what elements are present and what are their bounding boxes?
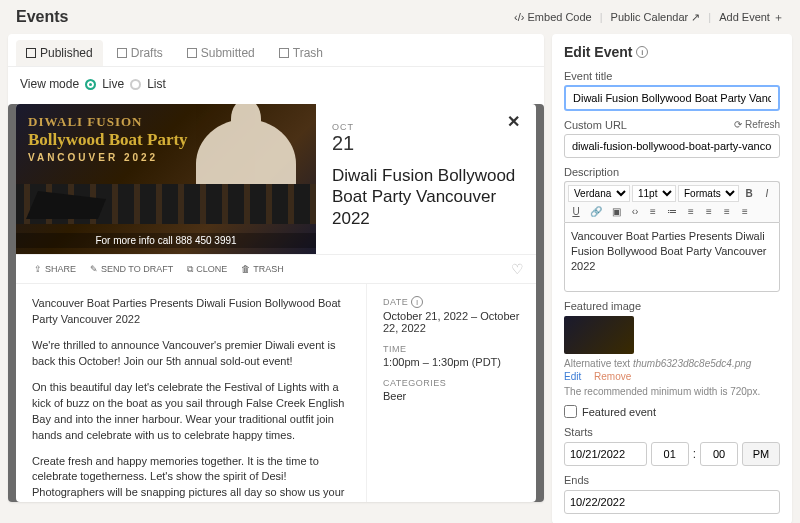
link-icon[interactable]: 🔗 <box>586 204 606 219</box>
viewmode-live-label[interactable]: Live <box>102 77 124 91</box>
clone-button[interactable]: ⧉ CLONE <box>181 261 233 277</box>
start-minute-input[interactable] <box>700 442 738 466</box>
tab-trash[interactable]: Trash <box>269 40 333 66</box>
description-label: Description <box>564 166 780 178</box>
image-icon[interactable]: ▣ <box>608 204 625 219</box>
event-hero-image: DIWALI FUSION Bollywood Boat Party VANCO… <box>16 104 316 254</box>
start-date-input[interactable] <box>564 442 647 466</box>
trash-button[interactable]: 🗑 TRASH <box>235 261 290 277</box>
featured-event-checkbox[interactable] <box>564 405 577 418</box>
description-editor[interactable]: Vancouver Boat Parties Presents Diwali F… <box>564 222 780 292</box>
ends-label: Ends <box>564 474 780 486</box>
formats-select[interactable]: Formats <box>678 185 739 202</box>
categories-label: CATEGORIES <box>383 378 520 388</box>
alt-text-row: Alternative text thumb6323d8c8e5dc4.png <box>564 358 780 369</box>
custom-url-label: Custom URL <box>564 119 627 131</box>
bold-icon[interactable]: B <box>741 186 757 201</box>
hero-line3: VANCOUVER 2022 <box>28 152 188 163</box>
custom-url-input[interactable] <box>564 134 780 158</box>
hero-footer: For more info call 888 450 3991 <box>16 233 316 248</box>
event-date-badge: OCT 21 <box>332 122 520 155</box>
time-value: 1:00pm – 1:30pm (PDT) <box>383 356 520 368</box>
code-icon[interactable]: ‹› <box>627 204 643 219</box>
hero-line2: Bollywood Boat Party <box>28 130 188 150</box>
share-button[interactable]: ⇪ SHARE <box>28 261 82 277</box>
edit-image-link[interactable]: Edit <box>564 371 581 382</box>
edit-event-heading: Edit Event i <box>564 44 780 60</box>
separator: | <box>708 11 711 23</box>
submitted-icon <box>187 48 197 58</box>
featured-image-thumb[interactable] <box>564 316 634 354</box>
favorite-icon[interactable]: ♡ <box>511 261 524 277</box>
align-right-icon[interactable]: ≡ <box>719 204 735 219</box>
viewmode-live-radio[interactable] <box>85 79 96 90</box>
bullet-list-icon[interactable]: ≡ <box>645 204 661 219</box>
date-label: DATE i <box>383 296 520 308</box>
recommended-width-text: The recommended minimum width is 720px. <box>564 386 780 397</box>
published-icon <box>26 48 36 58</box>
tab-drafts[interactable]: Drafts <box>107 40 173 66</box>
drafts-icon <box>117 48 127 58</box>
embed-code-link[interactable]: ‹/› Embed Code <box>514 11 592 23</box>
featured-event-label: Featured event <box>582 406 656 418</box>
time-label: TIME <box>383 344 520 354</box>
start-ampm-input[interactable] <box>742 442 780 466</box>
remove-image-link[interactable]: Remove <box>594 371 631 382</box>
align-center-icon[interactable]: ≡ <box>701 204 717 219</box>
viewmode-list-label[interactable]: List <box>147 77 166 91</box>
separator: | <box>600 11 603 23</box>
align-justify-icon[interactable]: ≡ <box>737 204 753 219</box>
font-select[interactable]: Verdana <box>568 185 630 202</box>
tab-published[interactable]: Published <box>16 40 103 66</box>
public-calendar-link[interactable]: Public Calendar ↗ <box>611 11 701 24</box>
event-description: Vancouver Boat Parties Presents Diwali F… <box>16 284 366 502</box>
close-icon[interactable]: ✕ <box>507 112 520 131</box>
event-title-input[interactable] <box>564 85 780 111</box>
viewmode-list-radio[interactable] <box>130 79 141 90</box>
add-event-button[interactable]: Add Event ＋ <box>719 10 784 25</box>
page-title: Events <box>16 8 68 26</box>
date-value: October 21, 2022 – October 22, 2022 <box>383 310 520 334</box>
size-select[interactable]: 11pt <box>632 185 676 202</box>
info-icon[interactable]: i <box>636 46 648 58</box>
viewmode-label: View mode <box>20 77 79 91</box>
align-left-icon[interactable]: ≡ <box>683 204 699 219</box>
underline-icon[interactable]: U <box>568 204 584 219</box>
trash-icon <box>279 48 289 58</box>
end-date-input[interactable] <box>564 490 780 514</box>
tab-submitted[interactable]: Submitted <box>177 40 265 66</box>
featured-image-label: Featured image <box>564 300 780 312</box>
hero-line1: DIWALI FUSION <box>28 114 188 130</box>
starts-label: Starts <box>564 426 780 438</box>
send-to-draft-button[interactable]: ✎ SEND TO DRAFT <box>84 261 179 277</box>
editor-toolbar: Verdana 11pt Formats B I U 🔗 ▣ ‹› ≡ ≔ ≡ … <box>564 181 780 222</box>
event-title: Diwali Fusion Bollywood Boat Party Vanco… <box>332 165 520 229</box>
refresh-url-button[interactable]: ⟳ Refresh <box>734 119 780 131</box>
number-list-icon[interactable]: ≔ <box>663 204 681 219</box>
event-title-label: Event title <box>564 70 780 82</box>
start-hour-input[interactable] <box>651 442 689 466</box>
italic-icon[interactable]: I <box>759 186 775 201</box>
categories-value: Beer <box>383 390 520 402</box>
